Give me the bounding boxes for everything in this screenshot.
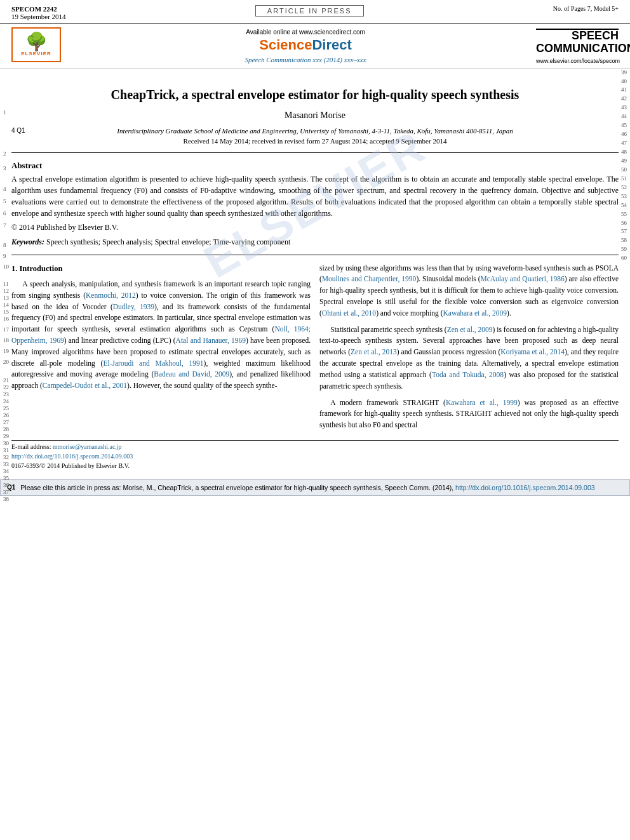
affiliation: Interdisciplinary Graduate School of Med… [11, 127, 619, 135]
speech-comm-url: www.elsevier.com/locate/specom [536, 58, 619, 64]
page: ELSEVIER SPECOM 2242 19 September 2014 A… [0, 0, 630, 840]
ref-dudley[interactable]: Dudley, 1939 [113, 303, 154, 310]
ref-zen2[interactable]: Zen et al., 2013 [351, 348, 397, 356]
ref-campedel[interactable]: Campedel-Oudot et al., 2001 [43, 382, 127, 389]
line-numbers-right: 39 40 41 42 43 44 45 46 47 48 49 50 51 5… [621, 69, 627, 263]
journal-info: SPECOM 2242 19 September 2014 [11, 5, 66, 20]
right-col-p3: A modern framework STRAIGHT (Kawahara et… [319, 397, 619, 431]
main-content: 1 2 3 4 5 6 7 8 9 10 11 12 13 14 15 16 1… [0, 69, 630, 476]
ref-atal[interactable]: Atal and Hanauer, 1969 [176, 337, 246, 344]
elsevier-tree-icon: 🌳 [25, 33, 48, 51]
pages-info: No. of Pages 7, Model 5+ [553, 5, 619, 12]
keywords-text: Speech synthesis; Speech analysis; Spect… [46, 237, 290, 246]
sciencedirect-section: Available online at www.sciencedirect.co… [75, 27, 536, 63]
article-in-press-badge: ARTICLE IN PRESS [255, 5, 364, 17]
email-address[interactable]: mmorise@yamanashi.ac.jp [53, 443, 122, 450]
right-col-p1: sized by using these algorithms was less… [319, 263, 619, 319]
abstract-heading: Abstract [11, 161, 619, 171]
keywords: Keywords: Speech synthesis; Speech analy… [11, 237, 619, 247]
intro-left-text: A speech analysis, manipulation, and syn… [11, 279, 311, 392]
journal-id: SPECOM 2242 [11, 5, 66, 13]
sciencedirect-logo: ScienceDirect [75, 37, 536, 53]
article-author: Masanori Morise [37, 110, 593, 121]
ref-koriyama[interactable]: Koriyama et al., 2014 [500, 348, 565, 356]
abstract-text: A spectral envelope estimation algorithm… [11, 173, 619, 219]
ref-moulines[interactable]: Moulines and Charpentier, 1990 [322, 275, 417, 283]
ref-noll[interactable]: Noll, 1964; Oppenheim, 1969 [11, 325, 311, 344]
ref-toda[interactable]: Toda and Tokuda, 2008 [432, 371, 504, 378]
doi-link-1[interactable]: http://dx.doi.org/10.1016/j.specom.2014.… [11, 453, 133, 460]
article-status: ARTICLE IN PRESS [66, 5, 553, 17]
available-online-text: Available online at www.sciencedirect.co… [75, 29, 536, 36]
doi-line-1: http://dx.doi.org/10.1016/j.specom.2014.… [11, 453, 619, 460]
ref-mcaulay[interactable]: McAulay and Quatieri, 1986 [480, 275, 564, 283]
top-header: SPECOM 2242 19 September 2014 ARTICLE IN… [0, 0, 630, 23]
ref-kawahara1[interactable]: Kawahara et al., 2009 [443, 309, 507, 317]
publication-date: 19 September 2014 [11, 13, 66, 20]
left-column: 1. Introduction A speech analysis, manip… [11, 263, 311, 434]
ref-zen1[interactable]: Zen et al., 2009 [447, 326, 493, 333]
elsevier-label: ELSEVIER [21, 51, 51, 57]
intro-heading: 1. Introduction [11, 263, 311, 275]
two-column-section: 1. Introduction A speech analysis, manip… [11, 263, 619, 434]
bottom-notice: Q1 Please cite this article in press as:… [0, 479, 630, 496]
q1-badge: 4 Q1 [11, 127, 25, 134]
separator [11, 152, 619, 153]
email-line: E-mail address: mmorise@yamanashi.ac.jp [11, 443, 619, 450]
copyright: © 2014 Published by Elsevier B.V. [11, 223, 619, 232]
science-text: Science [259, 37, 312, 53]
line-numbers-left: 1 2 3 4 5 6 7 8 9 10 11 12 13 14 15 16 1… [3, 75, 9, 502]
separator2 [11, 255, 619, 255]
ref-ohtani[interactable]: Ohtani et al., 2010 [322, 309, 376, 317]
ref-badeau[interactable]: Badeau and David, 2009 [154, 370, 229, 378]
abstract-section: Abstract A spectral envelope estimation … [11, 161, 619, 247]
right-column: 39 40 41 42 43 44 45 46 47 48 49 50 51 5… [319, 263, 619, 434]
received-line: Received 14 May 2014; received in revise… [11, 137, 619, 145]
journal-name[interactable]: Speech Communication xxx (2014) xxx–xxx [75, 56, 536, 63]
article-title: CheapTrick, a spectral envelope estimato… [37, 86, 593, 103]
bottom-doi-link[interactable]: http://dx.doi.org/10.1016/j.specom.2014.… [455, 484, 595, 491]
ref-eljaroudi[interactable]: El-Jaroudi and Makhoul, 1991 [103, 359, 203, 367]
ref-kenmochi[interactable]: Kenmochi, 2012 [86, 291, 136, 299]
speech-communication-logo: SPEECHCOMMUNICATION www.elsevier.com/loc… [536, 27, 619, 64]
doi-line-2: 0167-6393/© 2014 Published by Elsevier B… [11, 462, 619, 469]
article-title-section: CheapTrick, a spectral envelope estimato… [37, 86, 593, 121]
email-label: E-mail address: [11, 443, 51, 450]
journal-header: 🌳 ELSEVIER Available online at www.scien… [0, 23, 630, 69]
footnote-section: E-mail address: mmorise@yamanashi.ac.jp … [11, 440, 619, 469]
ref-kawahara2[interactable]: Kawahara et al., 1999 [446, 399, 518, 406]
elsevier-logo: 🌳 ELSEVIER [11, 27, 62, 62]
keywords-label: Keywords: [11, 237, 44, 246]
speech-comm-title: SPEECHCOMMUNICATION [536, 30, 619, 55]
bottom-notice-text: Please cite this article in press as: Mo… [20, 484, 594, 491]
right-col-p2: Statistical parametric speech synthesis … [319, 324, 619, 392]
direct-text: Direct [312, 37, 351, 53]
